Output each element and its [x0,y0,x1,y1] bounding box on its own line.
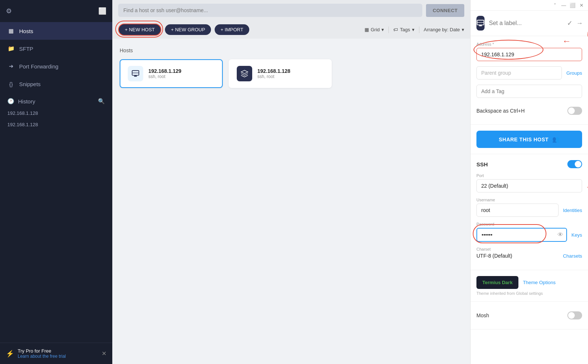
close-icon[interactable]: ✕ [578,2,584,8]
groups-link[interactable]: Groups [566,70,582,76]
username-field-group: Username Identities [476,198,582,217]
grid-icon: ▦ [365,27,369,32]
parent-group-row: Parent group Groups [476,66,582,79]
host-name-2: 192.168.1.128 [257,68,291,74]
host-name-1: 192.168.1.129 [148,68,182,74]
panel-host-icon [476,16,485,31]
import-button[interactable]: + IMPORT [215,24,249,35]
hosts-section-label: Hosts [120,47,463,53]
settings-icon[interactable]: ⚙ [6,7,12,15]
sidebar: ⚙ ⬜ ▦ Hosts 📁 SFTP ➜ Port Forwarding {} … [0,0,112,364]
right-panel: ˅ — ⬜ ✕ ✓ → Address * ip地址 → Parent grou… [470,0,588,364]
sidebar-top: ⚙ ⬜ [0,0,112,22]
address-section: Address * ip地址 → Parent group Groups Bac… [471,36,588,125]
history-clock-icon: 🕐 [7,98,14,105]
backspace-toggle-row: Backspace as Ctrl+H [476,103,582,119]
share-section: SHARE THIS HOST 👥 [471,125,588,154]
sidebar-item-snippets[interactable]: {} Snippets [0,75,112,93]
chevron-down-icon[interactable]: ˅ [552,2,558,8]
ssh-title: SSH [476,161,488,167]
charset-field-group: Charset UTF-8 (Default) Charsets [476,247,582,259]
sidebar-bottom: ⚡ Try Pro for Free Learn about the free … [0,343,112,364]
host-icon-2 [237,66,252,81]
divider2 [419,26,419,33]
top-bar: CONNECT [112,0,470,21]
grid-view-button[interactable]: ▦ Grid ▾ [365,27,384,32]
keys-link[interactable]: Keys [571,232,582,238]
close-trial-icon[interactable]: ✕ [102,350,106,357]
ssh-section: SSH Port → Username Identities Password [471,154,588,270]
port-input[interactable] [476,179,582,192]
mosh-toggle-row: Mosh [476,308,582,323]
history-header: 🕐 History 🔍 [7,93,105,107]
theme-options-link[interactable]: Theme Options [523,280,556,285]
tag-input[interactable] [476,85,582,98]
mosh-label: Mosh [476,312,489,318]
hosts-icon: ▦ [7,27,15,35]
arrange-chevron-icon: ▾ [462,27,464,32]
host-card-2[interactable]: 192.168.1.128 ssh, root [229,59,332,88]
hosts-grid: 192.168.1.129 ssh, root 192.168.1.128 ss… [120,59,463,88]
view-controls: ▦ Grid ▾ 🏷 Tags ▾ Arrange by: Date ▾ [365,26,464,33]
sidebar-item-snippets-label: Snippets [19,81,41,87]
history-item-2[interactable]: 192.168.1.128 [7,119,105,130]
minimize-icon[interactable]: — [561,2,567,8]
address-input[interactable] [476,48,582,61]
sidebar-item-hosts[interactable]: ▦ Hosts [0,22,112,40]
new-host-button[interactable]: + NEW HOST [118,24,161,36]
trial-title: Try Pro for Free [18,348,66,354]
share-btn-label: SHARE THIS HOST [499,137,549,142]
confirm-icon[interactable]: ✓ [567,19,573,27]
password-input[interactable] [476,228,567,242]
mosh-toggle[interactable] [567,311,582,319]
panel-header: ✓ → [471,11,588,36]
tags-button[interactable]: 🏷 Tags ▾ [393,27,414,32]
parent-group-input[interactable]: Parent group [476,66,562,79]
mosh-section: Mosh [471,302,588,329]
theme-button[interactable]: Termius Dark [476,276,518,289]
identities-link[interactable]: Identities [563,208,582,213]
share-host-button[interactable]: SHARE THIS HOST 👥 [476,131,582,148]
ssh-toggle[interactable] [567,160,582,168]
backspace-label: Backspace as Ctrl+H [476,108,525,114]
password-wrapper: 👁 [476,228,567,242]
address-label: Address * [476,42,582,46]
port-forwarding-icon: ➜ [7,63,15,70]
host-sub-2: ssh, root [257,74,291,79]
pro-trial: ⚡ Try Pro for Free Learn about the free … [6,348,66,359]
sidebar-item-port-forwarding-label: Port Forwarding [19,63,59,70]
connect-button[interactable]: CONNECT [426,4,464,17]
main-content: CONNECT + NEW HOST + NEW GROUP + IMPORT … [112,0,470,364]
host-card-1[interactable]: 192.168.1.129 ssh, root [120,59,223,88]
history-label: History [18,98,35,105]
ssh-section-header: SSH [476,160,582,168]
history-item-1[interactable]: 192.168.1.128 [7,107,105,119]
sidebar-item-hosts-label: Hosts [19,28,33,34]
theme-section: Termius Dark Theme Options Theme inherit… [471,270,588,302]
search-input[interactable] [118,4,422,17]
arrow-right-icon[interactable]: → [576,20,583,27]
username-input[interactable] [476,204,559,217]
history-search-icon[interactable]: 🔍 [98,98,105,105]
host-sub-1: ssh, root [148,74,182,79]
sidebar-item-sftp[interactable]: 📁 SFTP [0,40,112,57]
maximize-icon[interactable]: ⬜ [570,2,575,8]
charsets-link[interactable]: Charsets [563,253,582,259]
snippets-icon: {} [7,80,15,88]
eye-icon[interactable]: 👁 [557,232,563,238]
trial-link[interactable]: Learn about the free trial [18,354,66,359]
port-label: Port [476,173,582,178]
label-input[interactable] [489,20,563,26]
grid-chevron-icon: ▾ [381,27,384,32]
svg-rect-1 [134,75,137,77]
backspace-toggle[interactable] [567,107,582,115]
action-bar: + NEW HOST + NEW GROUP + IMPORT ▦ Grid ▾… [112,21,470,39]
terminal-icon[interactable]: ⬜ [98,7,106,15]
arrange-button[interactable]: Arrange by: Date ▾ [424,27,464,32]
sftp-icon: 📁 [7,45,15,52]
username-label: Username [476,198,582,202]
sidebar-item-port-forwarding[interactable]: ➜ Port Forwarding [0,57,112,75]
sidebar-nav: ▦ Hosts 📁 SFTP ➜ Port Forwarding {} Snip… [0,22,112,343]
port-arrow-annotation: → [583,182,588,195]
new-group-button[interactable]: + NEW GROUP [165,24,211,35]
